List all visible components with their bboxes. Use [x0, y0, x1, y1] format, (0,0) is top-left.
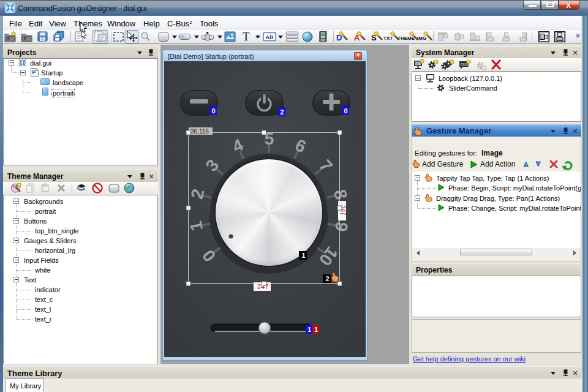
svg-text:Add Action: Add Action [480, 160, 515, 168]
svg-text:1: 1 [302, 252, 306, 259]
svg-text:AB: AB [266, 34, 274, 40]
svg-text:1: 1 [314, 326, 318, 333]
svg-text:2: 2 [326, 275, 330, 282]
svg-text:P: P [32, 69, 36, 75]
svg-text:THEME: THEME [398, 36, 415, 41]
svg-text:»: » [576, 31, 580, 40]
svg-text:Add Gesture: Add Gesture [422, 160, 464, 168]
svg-text:1: 1 [307, 326, 311, 333]
svg-text:TXT: TXT [383, 36, 393, 41]
svg-text:36,116: 36,116 [190, 128, 209, 135]
svg-text:T: T [243, 30, 250, 43]
svg-text:IMG: IMG [417, 36, 426, 41]
